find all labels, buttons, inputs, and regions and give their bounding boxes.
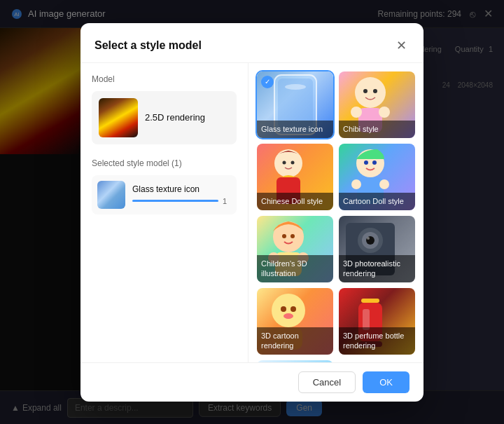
style-item-3d-photorealistic[interactable]: 3D photorealistic rendering xyxy=(339,216,415,282)
model-section-label: Model xyxy=(92,74,237,84)
svg-point-6 xyxy=(363,89,368,93)
style-item-chibi[interactable]: Chibi style xyxy=(339,71,415,138)
style-model-dialog: Select a style model ✕ Model 2.5D render… xyxy=(80,23,424,402)
svg-point-36 xyxy=(284,313,293,319)
style-strength-slider-row: 1 xyxy=(132,197,231,205)
svg-point-20 xyxy=(379,179,389,189)
style-item-3d-cartoon[interactable]: 3D cartoon rendering xyxy=(257,288,333,355)
ok-button[interactable]: OK xyxy=(363,371,410,393)
svg-rect-38 xyxy=(361,299,379,303)
dialog-left-panel: Model 2.5D rendering Selected style mode… xyxy=(80,63,248,362)
style-item-cartoon-doll[interactable]: Cartoon Doll style xyxy=(339,144,415,210)
svg-point-35 xyxy=(290,306,296,312)
style-label-chibi: Chibi style xyxy=(339,121,415,137)
svg-point-12 xyxy=(283,160,286,164)
svg-point-19 xyxy=(351,179,361,189)
svg-point-9 xyxy=(351,107,362,118)
svg-point-33 xyxy=(272,294,305,327)
dialog-close-button[interactable]: ✕ xyxy=(393,37,410,54)
svg-point-34 xyxy=(281,306,286,312)
model-name-label: 2.5D rendering xyxy=(145,112,205,123)
selected-checkmark: ✓ xyxy=(261,76,274,88)
svg-point-11 xyxy=(274,149,302,177)
svg-point-10 xyxy=(379,107,390,118)
dialog-body: Model 2.5D rendering Selected style mode… xyxy=(80,63,424,362)
svg-point-4 xyxy=(285,84,306,90)
svg-point-23 xyxy=(290,234,295,238)
svg-point-16 xyxy=(364,160,368,165)
style-label-children3d: Children's 3D illustration xyxy=(257,255,333,282)
selected-style-item: Glass texture icon 1 xyxy=(92,175,237,214)
style-item-3d-perfume[interactable]: 3D perfume bottle rendering xyxy=(339,288,415,355)
svg-point-7 xyxy=(373,89,377,93)
style-strength-slider[interactable] xyxy=(132,200,218,202)
dialog-title: Select a style model xyxy=(94,39,202,52)
svg-point-5 xyxy=(355,77,386,108)
style-item-chinese-doll[interactable]: Chinese Doll style xyxy=(257,144,333,210)
selected-style-info: Glass texture icon 1 xyxy=(132,184,231,205)
slider-value: 1 xyxy=(223,197,231,205)
style-label-3d-perfume: 3D perfume bottle rendering xyxy=(339,327,415,355)
model-selector[interactable]: 2.5D rendering xyxy=(92,91,237,144)
style-item-glass-texture[interactable]: ✓ Glass texture icon xyxy=(257,71,333,138)
style-item-partial[interactable] xyxy=(257,360,333,362)
svg-point-17 xyxy=(372,160,377,165)
style-item-children3d[interactable]: Children's 3D illustration xyxy=(257,216,333,282)
selected-style-thumb xyxy=(97,181,125,209)
style-label-chinese-doll: Chinese Doll style xyxy=(257,193,333,210)
dialog-right-panel: ✓ Glass texture icon xyxy=(248,63,424,362)
model-preview-thumb xyxy=(99,98,138,137)
svg-point-22 xyxy=(282,234,286,238)
modal-overlay: Select a style model ✕ Model 2.5D render… xyxy=(0,0,504,424)
svg-point-31 xyxy=(367,237,370,240)
svg-point-13 xyxy=(291,160,295,164)
style-label-3d-cartoon: 3D cartoon rendering xyxy=(257,327,333,355)
style-label-glass: Glass texture icon xyxy=(257,121,333,137)
selected-style-name: Glass texture icon xyxy=(132,184,231,194)
style-grid: ✓ Glass texture icon xyxy=(257,71,415,362)
selected-section-label: Selected style model (1) xyxy=(92,158,237,168)
style-label-cartoon-doll: Cartoon Doll style xyxy=(339,193,415,210)
partial-svg xyxy=(257,360,320,362)
style-image-partial xyxy=(257,360,333,362)
dialog-footer: Cancel OK xyxy=(80,362,424,402)
style-label-3d-photorealistic: 3D photorealistic rendering xyxy=(339,255,415,282)
cancel-button[interactable]: Cancel xyxy=(298,371,356,393)
dialog-header: Select a style model ✕ xyxy=(80,23,424,63)
